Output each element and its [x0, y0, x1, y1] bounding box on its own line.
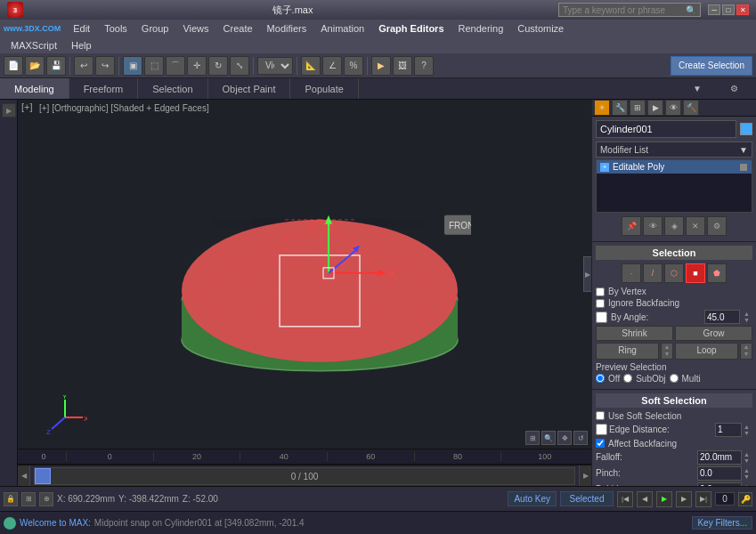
tb-snap[interactable]: 📐	[301, 56, 321, 76]
key-lock[interactable]: 🔑	[738, 492, 752, 506]
edge-dist-input[interactable]	[715, 423, 742, 437]
tb-select-lasso[interactable]: ⌒	[166, 56, 185, 76]
search-icon[interactable]: 🔍	[686, 5, 696, 15]
menu-modifiers[interactable]: Modifiers	[260, 21, 314, 36]
modifier-list-dropdown[interactable]: Modifier List ▼	[596, 142, 752, 158]
tb-redo[interactable]: ↪	[95, 56, 115, 76]
tb-new[interactable]: 📄	[4, 56, 23, 76]
menu-help[interactable]: Help	[64, 38, 99, 53]
sel-icon-poly[interactable]: ■	[686, 263, 705, 283]
menu-create[interactable]: Create	[216, 21, 260, 36]
transport-play[interactable]: ▶	[656, 491, 672, 507]
panel-icon-hierarchy[interactable]: ⊞	[630, 100, 646, 116]
menu-maxscript[interactable]: MAXScript	[4, 38, 64, 53]
bubble-spinner[interactable]: ▲ ▼	[744, 483, 752, 486]
selected-display[interactable]: Selected	[560, 491, 614, 506]
timeline-prev-btn[interactable]: ◀	[18, 465, 30, 486]
pinch-spinner[interactable]: ▲ ▼	[744, 467, 752, 480]
mod-btn-config[interactable]: ⚙	[707, 216, 727, 236]
maximize-button[interactable]: □	[722, 4, 735, 15]
bubble-up[interactable]: ▲	[744, 483, 752, 486]
vp-pan[interactable]: ✥	[557, 431, 572, 445]
menu-tools[interactable]: Tools	[97, 21, 134, 36]
tb-move[interactable]: ✛	[187, 56, 207, 76]
sel-icon-border[interactable]: ⬡	[664, 263, 684, 283]
ring-button[interactable]: Ring	[596, 343, 659, 360]
sel-icon-element[interactable]: ⬟	[707, 263, 727, 283]
menu-customize[interactable]: Customize	[510, 21, 571, 36]
edge-dist-down[interactable]: ▼	[744, 430, 752, 436]
tb-select-obj[interactable]: ▣	[123, 56, 142, 76]
loop-button[interactable]: Loop	[675, 343, 738, 360]
search-box[interactable]: Type a keyword or phrase 🔍	[558, 3, 701, 17]
key-filters-button[interactable]: Key Filters...	[692, 516, 752, 530]
falloff-down[interactable]: ▼	[744, 457, 752, 464]
panel-icon-display[interactable]: 👁	[665, 100, 681, 116]
use-soft-check[interactable]	[596, 411, 605, 420]
grow-button[interactable]: Grow	[675, 326, 752, 341]
modifier-toggle[interactable]	[739, 163, 748, 172]
affect-back-check[interactable]	[596, 439, 605, 448]
edge-dist-spinner[interactable]: ▲ ▼	[744, 424, 752, 436]
sel-icon-vertex[interactable]: ·	[622, 263, 641, 283]
menu-graph-editors[interactable]: Graph Editors	[371, 21, 451, 36]
status-icon-lock[interactable]: 🔒	[4, 492, 18, 506]
viewport[interactable]: [+] [Orthographic] [Shaded + Edged Faces…	[18, 100, 591, 449]
tb-open[interactable]: 📂	[25, 56, 45, 76]
mod-btn-unique[interactable]: ◈	[664, 216, 684, 236]
tab-selection[interactable]: Selection	[138, 78, 207, 99]
menu-edit[interactable]: Edit	[66, 21, 97, 36]
mod-btn-pin[interactable]: 📌	[622, 216, 641, 236]
pinch-input[interactable]	[697, 466, 742, 481]
preview-subobj-radio[interactable]	[623, 374, 632, 383]
tb-snap-percent[interactable]: %	[344, 56, 363, 76]
ignore-backfacing-check[interactable]	[596, 299, 605, 308]
angle-value-input[interactable]	[704, 310, 740, 324]
modifier-item[interactable]: + Editable Poly	[597, 160, 752, 174]
tb-scale[interactable]: ⤡	[230, 56, 249, 76]
object-name-field[interactable]	[596, 120, 736, 138]
pinch-down[interactable]: ▼	[744, 473, 752, 480]
edge-dist-up[interactable]: ▲	[744, 424, 752, 430]
angle-down[interactable]: ▼	[744, 317, 752, 323]
tb-select-region[interactable]: ⬚	[144, 56, 164, 76]
panel-icon-motion[interactable]: ▶	[647, 100, 663, 116]
vp-zoom-extents[interactable]: ⊞	[525, 431, 540, 445]
menu-views[interactable]: Views	[175, 21, 215, 36]
shrink-button[interactable]: Shrink	[596, 326, 673, 341]
angle-up[interactable]: ▲	[744, 311, 752, 317]
tab-modeling[interactable]: Modeling	[0, 78, 69, 99]
edge-dist-check[interactable]	[596, 424, 607, 435]
tab-overflow[interactable]: ▼	[679, 84, 716, 93]
tab-object-paint[interactable]: Object Paint	[208, 78, 291, 99]
falloff-spinner[interactable]: ▲ ▼	[744, 451, 752, 464]
angle-spinner[interactable]: ▲ ▼	[744, 311, 752, 323]
strip-expand[interactable]: ▶	[2, 103, 16, 117]
tb-render[interactable]: ▶	[371, 56, 391, 76]
transport-next[interactable]: ▶|	[695, 491, 711, 507]
by-angle-check[interactable]	[596, 312, 607, 323]
bubble-input[interactable]	[697, 482, 742, 486]
preview-off-radio[interactable]	[596, 374, 605, 383]
panel-icon-modify[interactable]: 🔧	[612, 100, 628, 116]
panel-icon-utils[interactable]: 🔨	[683, 100, 699, 116]
ring-spinner[interactable]: ▲ ▼	[661, 343, 673, 360]
transport-back[interactable]: ◀	[637, 491, 653, 507]
status-icon-snap[interactable]: ⊕	[39, 492, 53, 506]
tab-settings[interactable]: ⚙	[716, 84, 752, 93]
loop-spinner[interactable]: ▲ ▼	[740, 343, 752, 360]
tb-render-frame[interactable]: 🖼	[393, 56, 412, 76]
vp-zoom[interactable]: 🔍	[541, 431, 556, 445]
by-vertex-check[interactable]	[596, 287, 605, 296]
tb-rotate[interactable]: ↻	[208, 56, 228, 76]
tb-undo[interactable]: ↩	[74, 56, 93, 76]
viewport-plus-button[interactable]: [+]	[21, 101, 33, 112]
falloff-input[interactable]	[697, 450, 742, 465]
transport-prev[interactable]: |◀	[617, 491, 633, 507]
menu-animation[interactable]: Animation	[313, 21, 371, 36]
preview-multi-radio[interactable]	[670, 374, 679, 383]
menu-rendering[interactable]: Rendering	[451, 21, 511, 36]
reference-coord-select[interactable]: View	[257, 57, 293, 75]
mod-btn-show[interactable]: 👁	[643, 216, 663, 236]
minimize-button[interactable]: ─	[708, 4, 720, 15]
